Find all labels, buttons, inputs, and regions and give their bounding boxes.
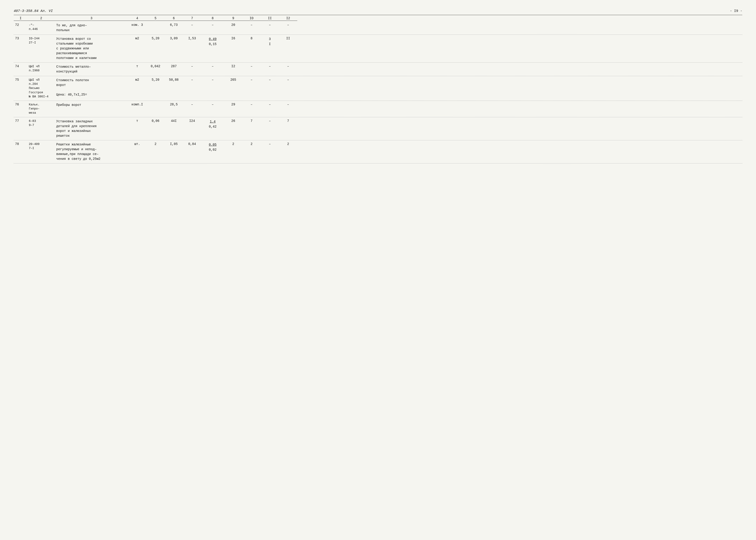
row-col9: 265 — [224, 77, 242, 82]
row-col7: I24 — [183, 119, 201, 123]
col-header-1: I — [14, 16, 28, 21]
row-col6: 6,73 — [165, 23, 183, 27]
table-row: 75 ЦЫI чП п.204 Письмо Госстроя № ВА 386… — [14, 76, 742, 101]
table-row: 73 IO–I44 27–I Установка ворот состальны… — [14, 35, 742, 63]
row-col7: – — [183, 64, 201, 68]
row-desc: Решетки жалюзийныерегулируемые и непод–в… — [55, 142, 128, 162]
row-col9: I6 — [224, 36, 242, 41]
table-row: 74 ЦЫI чП п.I960 Стоимость металло–конст… — [14, 63, 742, 76]
table-row: 77 6–83 9–7 Установка закладныхдеталей д… — [14, 117, 742, 140]
row-unit: шт. — [128, 142, 146, 146]
row-unit: м2 — [128, 77, 146, 82]
row-col8: 0,49 0,15 — [201, 36, 224, 47]
row-col5: 5,20 — [146, 77, 165, 82]
row-unit: ком. 3 — [128, 23, 146, 27]
row-col12: II — [279, 36, 297, 41]
col-header-2: 2 — [28, 16, 55, 21]
row-id: 73 — [14, 36, 28, 41]
row-ref: IO–I44 27–I — [28, 36, 55, 45]
col-header-12: I2 — [279, 16, 297, 21]
row-col5 — [146, 102, 165, 103]
row-col9: 2 — [224, 142, 242, 146]
col-header-3: 3 — [55, 16, 128, 21]
row-id: 75 — [14, 77, 28, 82]
col-header-10: IO — [242, 16, 261, 21]
row-desc: То же, для одно–польных — [55, 23, 128, 33]
row-col10: – — [242, 64, 261, 68]
row-col12: – — [279, 23, 297, 27]
row-col6: 44I — [165, 119, 183, 123]
row-col10: – — [242, 102, 261, 107]
row-col9: I2 — [224, 64, 242, 68]
row-id: 74 — [14, 64, 28, 68]
row-id: 77 — [14, 119, 28, 123]
table-row: 72 -"– п.446 То же, для одно–польных ком… — [14, 21, 742, 35]
col-header-6: 6 — [165, 16, 183, 21]
row-desc: Установка ворот состальными коробкамис р… — [55, 36, 128, 61]
row-col7: 0,84 — [183, 142, 201, 146]
col-header-8: 8 — [201, 16, 224, 21]
table-row: 78 20–409 7–I Решетки жалюзийныерегулиру… — [14, 140, 742, 164]
row-desc: Стоимость полотенворотЦена: 40,7хI,25= — [55, 77, 128, 98]
row-col12: – — [279, 77, 297, 82]
page-title-left: 407-3-358.84 Ал. VI — [14, 9, 53, 13]
row-col5: 0,06 — [146, 119, 165, 123]
row-col11: – — [261, 64, 279, 68]
row-col10: 2 — [242, 142, 261, 146]
row-id: 72 — [14, 23, 28, 27]
main-table: 72 -"– п.446 То же, для одно–польных ком… — [14, 21, 742, 164]
col-header-9: 9 — [224, 16, 242, 21]
row-col5: 5,20 — [146, 36, 165, 41]
row-col6: 3,09 — [165, 36, 183, 41]
row-col9: 29 — [224, 102, 242, 107]
row-col12: – — [279, 64, 297, 68]
row-col12: 2 — [279, 142, 297, 146]
row-id: 76 — [14, 102, 28, 107]
row-col7: – — [183, 23, 201, 27]
row-col8: – — [201, 23, 224, 27]
row-col5: 2 — [146, 142, 165, 146]
row-desc: Установка закладныхдеталей для крепления… — [55, 119, 128, 139]
row-col5: 0,042 — [146, 64, 165, 68]
row-col11: – — [261, 102, 279, 107]
row-col8: 0.05 0,02 — [201, 142, 224, 153]
row-col8: – — [201, 77, 224, 82]
row-ref: ЦЫI чП п.I960 — [28, 64, 55, 73]
row-col8: 1.4 0,42 — [201, 119, 224, 130]
row-col10: – — [242, 23, 261, 27]
row-col11: – — [261, 23, 279, 27]
row-id: 78 — [14, 142, 28, 146]
row-col6: 287 — [165, 64, 183, 68]
row-col11: – — [261, 77, 279, 82]
row-col12: 7 — [279, 119, 297, 123]
row-col12: – — [279, 102, 297, 107]
col-header-11: II — [261, 16, 279, 21]
row-col7: I,53 — [183, 36, 201, 41]
col-header-7: 7 — [183, 16, 201, 21]
row-ref: -"– п.446 — [28, 23, 55, 32]
row-unit: м2 — [128, 36, 146, 41]
row-col5 — [146, 23, 165, 24]
row-unit: комп.I — [128, 102, 146, 107]
row-col11: – — [261, 119, 279, 123]
row-col7: – — [183, 77, 201, 82]
row-col11: – — [261, 142, 279, 146]
row-col9: 20 — [224, 23, 242, 27]
row-col6: I,05 — [165, 142, 183, 146]
col-header-4: 4 — [128, 16, 146, 21]
row-col10: 7 — [242, 119, 261, 123]
row-ref: ЦЫI чП п.204 Письмо Госстроя № ВА 386I–4 — [28, 77, 55, 99]
row-unit: т — [128, 64, 146, 68]
column-header-row: I 2 3 4 5 6 7 8 9 IO II I2 — [14, 16, 742, 21]
row-col8: – — [201, 64, 224, 68]
row-col7: – — [183, 102, 201, 107]
page-number: - I9 - — [730, 9, 742, 13]
row-col6: 28,5 — [165, 102, 183, 107]
row-desc: Приборы ворот — [55, 102, 128, 108]
col-header-5: 5 — [146, 16, 165, 21]
row-col6: 50,88 — [165, 77, 183, 82]
row-ref: 20–409 7–I — [28, 142, 55, 151]
row-col8: – — [201, 102, 224, 107]
table-row: 76 Кальк. Гипро– меза Приборы ворот комп… — [14, 101, 742, 117]
row-col10: – — [242, 77, 261, 82]
